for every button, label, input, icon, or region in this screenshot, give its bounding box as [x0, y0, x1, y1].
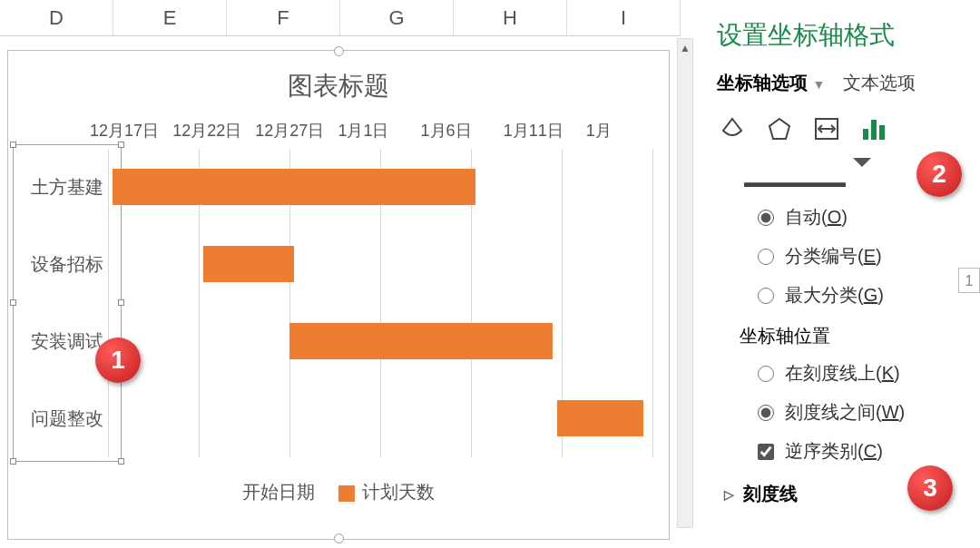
radio-between[interactable]	[758, 405, 774, 421]
bar-segment[interactable]	[557, 400, 643, 436]
size-icon[interactable]	[811, 113, 842, 144]
plot-area[interactable]: 土方基建 设备招标 安装调试 问题整改	[22, 149, 669, 457]
bar-segment[interactable]	[113, 169, 475, 205]
col-E[interactable]: E	[113, 0, 227, 35]
xtick: 1月6日	[421, 120, 504, 142]
effects-icon[interactable]	[764, 113, 795, 144]
col-F[interactable]: F	[227, 0, 340, 35]
opt-reverse-categories[interactable]: 逆序类别(C)	[717, 432, 980, 471]
chart-object[interactable]: 图表标题 12月17日 12月22日 12月27日 1月1日 1月6日 1月11…	[7, 50, 670, 540]
category-number-input[interactable]: 1	[958, 268, 980, 293]
axis-options-icon[interactable]	[858, 113, 889, 144]
bar-row: 设备招标	[22, 226, 669, 303]
col-D[interactable]: D	[0, 0, 113, 35]
callout-badge-1: 1	[95, 338, 141, 383]
legend-start-label: 开始日期	[242, 482, 315, 502]
scroll-up-icon[interactable]: ▲	[678, 39, 692, 57]
svg-rect-4	[871, 120, 877, 140]
radio-catnum[interactable]	[758, 249, 774, 265]
col-I[interactable]: I	[567, 0, 681, 35]
caret-right-icon: ▷	[724, 487, 734, 502]
fill-icon[interactable]	[717, 113, 748, 144]
opt-between-ticks[interactable]: 刻度线之间(W)	[717, 393, 980, 432]
category-label: 问题整改	[22, 406, 113, 431]
category-label: 设备招标	[22, 252, 113, 277]
column-headers: D E F G H I	[0, 0, 681, 36]
xtick: 1月1日	[338, 120, 420, 142]
bar-segment[interactable]	[289, 323, 553, 359]
chevron-down-icon[interactable]: ▼	[813, 77, 826, 92]
tab-axis-options[interactable]: 坐标轴选项 ▼	[717, 71, 825, 95]
opt-auto[interactable]: 自动(O)	[717, 198, 980, 237]
tab-text-options[interactable]: 文本选项	[843, 71, 916, 95]
opt-category-number[interactable]: 分类编号(E)	[717, 237, 980, 276]
radio-maxcat[interactable]	[758, 288, 774, 304]
chart-title[interactable]: 图表标题	[8, 51, 669, 113]
panel-title: 设置坐标轴格式	[717, 18, 980, 53]
chart-legend[interactable]: 开始日期 计划天数	[8, 457, 669, 504]
xtick: 1月	[586, 120, 669, 142]
callout-badge-2: 2	[916, 152, 962, 197]
svg-rect-3	[863, 129, 868, 140]
bar-segment[interactable]	[203, 246, 294, 282]
panel-icon-row	[717, 113, 980, 144]
checkbox-reverse[interactable]	[758, 444, 774, 460]
bar-row: 问题整改	[22, 380, 669, 457]
format-axis-panel: 设置坐标轴格式 坐标轴选项 ▼ 文本选项 ▬▬▬▬▬▬▬ 自动(O) 分类编号(…	[708, 0, 980, 548]
axis-position-title: 坐标轴位置	[717, 315, 980, 354]
opt-max-category[interactable]: 最大分类(G)	[717, 276, 980, 315]
xtick: 12月27日	[255, 120, 338, 142]
opt-on-tick[interactable]: 在刻度线上(K)	[717, 354, 980, 393]
xtick: 12月22日	[172, 120, 255, 142]
vertical-scrollbar[interactable]: ▲	[677, 38, 693, 528]
svg-rect-5	[879, 125, 885, 140]
col-H[interactable]: H	[454, 0, 567, 35]
bar-row: 土方基建	[22, 149, 669, 226]
active-indicator-icon	[853, 158, 871, 167]
x-axis-labels[interactable]: 12月17日 12月22日 12月27日 1月1日 1月6日 1月11日 1月	[8, 113, 669, 149]
callout-badge-3: 3	[907, 465, 953, 511]
radio-auto[interactable]	[758, 210, 774, 226]
category-label: 土方基建	[22, 175, 113, 200]
col-G[interactable]: G	[340, 0, 454, 35]
legend-plan-label: 计划天数	[362, 482, 435, 502]
xtick: 1月11日	[504, 120, 586, 142]
legend-swatch-icon	[338, 485, 355, 502]
radio-ontick[interactable]	[758, 366, 774, 382]
svg-marker-0	[769, 119, 789, 139]
xtick: 12月17日	[90, 120, 172, 142]
